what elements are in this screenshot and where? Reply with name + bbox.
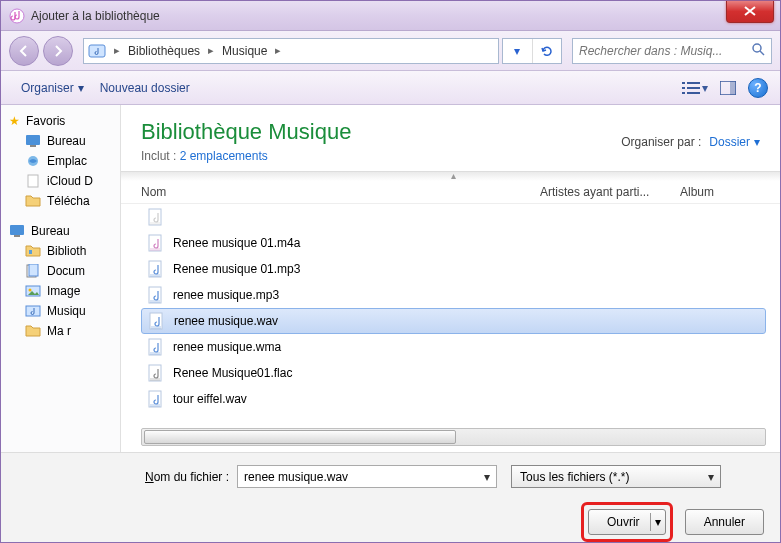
preview-pane-button[interactable] — [720, 81, 736, 95]
file-row[interactable]: tour eiffel.wav — [141, 386, 780, 412]
sidebar-item-documents[interactable]: Docum — [1, 261, 120, 281]
svg-rect-4 — [687, 82, 700, 84]
music-icon — [25, 304, 41, 318]
svg-point-21 — [29, 289, 32, 292]
subtitle-prefix: Inclut : — [141, 149, 180, 163]
filter-value: Tous les fichiers (*.*) — [520, 470, 629, 484]
sidebar-group-label: Favoris — [26, 114, 65, 128]
scrollbar-thumb[interactable] — [144, 430, 456, 444]
new-folder-label: Nouveau dossier — [100, 81, 190, 95]
file-row[interactable] — [141, 204, 780, 230]
sidebar-item-places[interactable]: Emplac — [1, 151, 120, 171]
sidebar-item-downloads[interactable]: Télécha — [1, 191, 120, 211]
view-mode-button[interactable]: ▾ — [682, 81, 708, 95]
svg-rect-36 — [150, 378, 160, 381]
breadcrumb[interactable]: ▸ Bibliothèques ▸ Musique ▸ — [83, 38, 499, 64]
arrange-dropdown[interactable]: Dossier ▾ — [709, 135, 760, 149]
svg-rect-5 — [682, 87, 685, 89]
file-name: renee musique.mp3 — [173, 288, 279, 302]
new-folder-button[interactable]: Nouveau dossier — [92, 77, 198, 99]
file-row[interactable]: renee musique.wav — [141, 308, 766, 334]
forward-button[interactable] — [43, 36, 73, 66]
sidebar-item-label: Musiqu — [47, 304, 86, 318]
search-box[interactable] — [572, 38, 772, 64]
arrange-value: Dossier — [709, 135, 750, 149]
open-dropdown[interactable]: ▾ — [650, 513, 661, 531]
organize-menu[interactable]: Organiser ▾ — [13, 77, 92, 99]
search-input[interactable] — [579, 44, 747, 58]
sidebar-item-label: iCloud D — [47, 174, 93, 188]
svg-rect-1 — [89, 45, 105, 57]
main-panel: Bibliothèque Musique Inclut : 2 emplacem… — [121, 105, 780, 452]
breadcrumb-item[interactable]: Bibliothèques — [124, 42, 204, 60]
help-button[interactable]: ? — [748, 78, 768, 98]
sidebar-favorites-header[interactable]: ★ Favoris — [1, 111, 120, 131]
svg-rect-10 — [730, 81, 736, 95]
back-button[interactable] — [9, 36, 39, 66]
history-dropdown[interactable]: ▾ — [503, 39, 533, 63]
file-row[interactable]: Renee musique 01.m4a — [141, 230, 780, 256]
file-row[interactable]: renee musique.mp3 — [141, 282, 780, 308]
cancel-label: Annuler — [704, 515, 745, 529]
sidebar-item-desktop[interactable]: Bureau — [1, 131, 120, 151]
file-name: renee musique.wma — [173, 340, 281, 354]
svg-rect-19 — [29, 264, 38, 276]
titlebar: Ajouter à la bibliothèque — [1, 1, 780, 31]
sidebar-item-label: Image — [47, 284, 80, 298]
arrange-by: Organiser par : Dossier ▾ — [621, 135, 760, 149]
filename-combo[interactable]: renee musique.wav ▾ — [237, 465, 497, 488]
sidebar-item-music[interactable]: Musiqu — [1, 301, 120, 321]
file-name: Renee musique 01.m4a — [173, 236, 300, 250]
file-row[interactable]: Renee Musique01.flac — [141, 360, 780, 386]
sidebar-group-label: Bureau — [31, 224, 70, 238]
libraries-icon — [25, 244, 41, 258]
close-button[interactable] — [726, 1, 774, 23]
sidebar-item-label: Docum — [47, 264, 85, 278]
library-title: Bibliothèque Musique — [141, 119, 351, 145]
main-header: Bibliothèque Musique Inclut : 2 emplacem… — [121, 105, 780, 171]
svg-point-2 — [753, 44, 761, 52]
chevron-down-icon: ▾ — [708, 470, 714, 484]
flac-icon — [147, 364, 165, 382]
breadcrumb-item[interactable]: Musique — [218, 42, 271, 60]
sidebar-item-more[interactable]: Ma r — [1, 321, 120, 341]
arrange-label: Organiser par : — [621, 135, 701, 149]
sidebar: ★ Favoris Bureau Emplac iCloud D T — [1, 105, 121, 452]
file-row[interactable]: renee musique.wma — [141, 334, 780, 360]
sidebar-item-label: Ma r — [47, 324, 71, 338]
toolbar: Organiser ▾ Nouveau dossier ▾ ? — [1, 71, 780, 105]
column-album[interactable]: Album — [680, 185, 760, 199]
body: ★ Favoris Bureau Emplac iCloud D T — [1, 105, 780, 452]
cancel-button[interactable]: Annuler — [685, 509, 764, 535]
svg-rect-30 — [150, 300, 160, 303]
file-name: renee musique.wav — [174, 314, 278, 328]
sidebar-desktop-header[interactable]: Bureau — [1, 221, 120, 241]
column-name[interactable]: Nom — [141, 185, 540, 199]
file-name: Renee musique 01.mp3 — [173, 262, 300, 276]
svg-rect-14 — [28, 175, 38, 187]
open-button[interactable]: Ouvrir ▾ — [588, 509, 666, 535]
filter-combo[interactable]: Tous les fichiers (*.*) ▾ — [511, 465, 721, 488]
highlight-annotation: Ouvrir ▾ — [581, 502, 673, 542]
doc-icon — [147, 208, 165, 226]
filename-label-text: om du fichier : — [154, 470, 229, 484]
document-icon — [25, 174, 41, 188]
sidebar-item-libraries[interactable]: Biblioth — [1, 241, 120, 261]
svg-rect-16 — [14, 235, 20, 237]
sidebar-item-icloud[interactable]: iCloud D — [1, 171, 120, 191]
chevron-right-icon: ▸ — [208, 44, 214, 57]
window-title: Ajouter à la bibliothèque — [31, 9, 726, 23]
horizontal-scrollbar[interactable] — [141, 428, 766, 446]
file-row[interactable]: Renee musique 01.mp3 — [141, 256, 780, 282]
svg-rect-8 — [687, 92, 700, 94]
chevron-down-icon: ▾ — [702, 81, 708, 95]
chevron-right-icon: ▸ — [275, 44, 281, 57]
locations-link[interactable]: 2 emplacements — [180, 149, 268, 163]
column-artists[interactable]: Artistes ayant parti... — [540, 185, 680, 199]
music-library-icon — [88, 42, 106, 60]
open-label: Ouvrir — [607, 515, 640, 529]
navigation-bar: ▸ Bibliothèques ▸ Musique ▸ ▾ — [1, 31, 780, 71]
column-headers[interactable]: Nom Artistes ayant parti... Album — [121, 181, 780, 204]
sidebar-item-images[interactable]: Image — [1, 281, 120, 301]
refresh-button[interactable] — [533, 39, 562, 63]
